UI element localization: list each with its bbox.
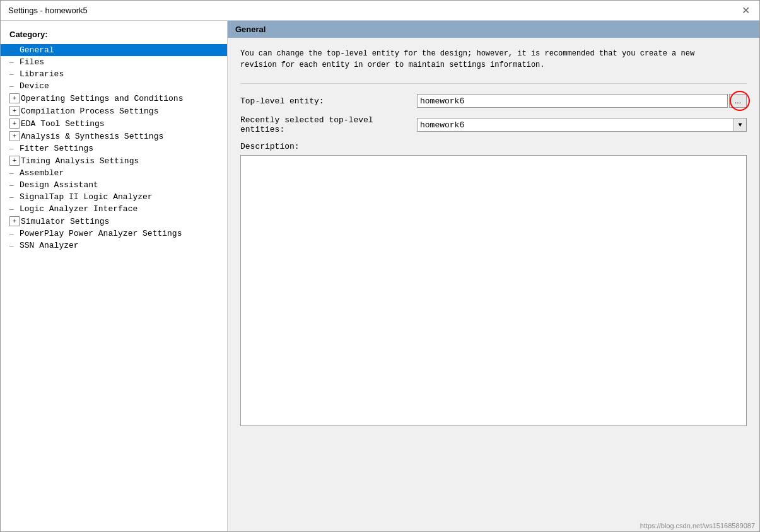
dash-icon: — <box>9 145 18 153</box>
sidebar-item-label: Design Assistant <box>20 180 98 190</box>
sidebar-item-label: Device <box>20 81 49 91</box>
browse-button[interactable]: ... <box>729 94 747 108</box>
sidebar-item-label: Analysis & Synthesis Settings <box>21 132 163 141</box>
sidebar-item-libraries[interactable]: — Libraries <box>1 68 227 80</box>
sidebar-item-powerplay[interactable]: — PowerPlay Power Analyzer Settings <box>1 228 227 240</box>
sidebar-item-general[interactable]: — General <box>1 44 227 56</box>
sidebar-item-label: Timing Analysis Settings <box>21 156 139 166</box>
dash-icon: — <box>9 47 18 54</box>
desc-label: Description: <box>240 142 747 151</box>
dash-icon: — <box>9 59 18 66</box>
settings-window: Settings - homework5 ✕ Category: — Gener… <box>0 0 760 532</box>
main-content: Category: — General — Files — Libraries … <box>1 21 759 531</box>
sidebar-item-label: Logic Analyzer Interface <box>20 204 137 214</box>
expand-icon[interactable]: + <box>9 216 20 226</box>
recently-select-wrap: ▼ <box>417 118 747 132</box>
browse-dots: ... <box>735 96 741 105</box>
expand-icon[interactable]: + <box>9 106 20 116</box>
sidebar-item-simulator[interactable]: + Simulator Settings <box>1 215 227 228</box>
sidebar-item-label: SSN Analyzer <box>20 241 79 250</box>
sidebar-item-files[interactable]: — Files <box>1 56 227 68</box>
sidebar-item-timing[interactable]: + Timing Analysis Settings <box>1 154 227 167</box>
sidebar-item-label: Files <box>20 57 44 67</box>
content-area: General You can change the top-level ent… <box>228 21 759 531</box>
sidebar-item-eda[interactable]: + EDA Tool Settings <box>1 117 227 130</box>
sidebar-item-device[interactable]: — Device <box>1 80 227 92</box>
dash-icon: — <box>9 205 18 213</box>
sidebar-item-ssn[interactable]: — SSN Analyzer <box>1 240 227 252</box>
sidebar-item-fitter[interactable]: — Fitter Settings <box>1 142 227 154</box>
recently-label: Recently selected top-level entities: <box>240 115 417 134</box>
dash-icon: — <box>9 83 18 90</box>
sidebar-item-logic-analyzer[interactable]: — Logic Analyzer Interface <box>1 203 227 215</box>
top-level-input[interactable] <box>417 94 728 108</box>
expand-icon[interactable]: + <box>9 119 20 129</box>
divider <box>240 83 747 84</box>
sidebar-item-label: SignalTap II Logic Analyzer <box>20 192 153 202</box>
expand-icon[interactable]: + <box>9 156 20 166</box>
expand-icon[interactable]: + <box>9 131 20 141</box>
content-body: You can change the top-level entity for … <box>228 38 759 531</box>
top-level-input-wrap: ... <box>417 94 747 108</box>
description-textarea[interactable] <box>240 155 747 426</box>
sidebar-item-label: Compilation Process Settings <box>21 107 158 116</box>
dash-icon: — <box>9 242 18 250</box>
top-level-label: Top-level entity: <box>240 96 417 106</box>
window-title: Settings - homework5 <box>8 6 88 15</box>
description-text: You can change the top-level entity for … <box>240 48 747 71</box>
expand-icon[interactable]: + <box>9 93 20 103</box>
sidebar-item-label: Libraries <box>20 69 64 79</box>
sidebar-item-operating[interactable]: + Operating Settings and Conditions <box>1 92 227 105</box>
title-bar: Settings - homework5 ✕ <box>1 1 759 21</box>
top-level-entity-row: Top-level entity: ... <box>240 94 747 108</box>
sidebar-item-label: Simulator Settings <box>21 217 109 226</box>
sidebar-item-signaltap[interactable]: — SignalTap II Logic Analyzer <box>1 191 227 203</box>
close-button[interactable]: ✕ <box>739 4 752 17</box>
dash-icon: — <box>9 194 18 201</box>
recently-selected-row: Recently selected top-level entities: ▼ <box>240 115 747 134</box>
watermark: https://blog.csdn.net/ws15168589087 <box>640 522 755 529</box>
sidebar-item-assembler[interactable]: — Assembler <box>1 167 227 179</box>
sidebar-item-analysis[interactable]: + Analysis & Synthesis Settings <box>1 130 227 142</box>
sidebar-item-compilation[interactable]: + Compilation Process Settings <box>1 105 227 117</box>
sidebar-item-label: Operating Settings and Conditions <box>21 94 183 103</box>
content-header: General <box>228 21 759 38</box>
sidebar-item-design-assistant[interactable]: — Design Assistant <box>1 179 227 191</box>
recently-input[interactable] <box>417 118 734 132</box>
dash-icon: — <box>9 71 18 78</box>
sidebar-item-label: Assembler <box>20 168 64 178</box>
sidebar: Category: — General — Files — Libraries … <box>1 21 228 531</box>
dash-icon: — <box>9 182 18 189</box>
select-arrow-icon[interactable]: ▼ <box>734 118 747 132</box>
dash-icon: — <box>9 230 18 238</box>
sidebar-item-label: PowerPlay Power Analyzer Settings <box>20 229 182 238</box>
category-label: Category: <box>1 27 227 44</box>
sidebar-item-label: Fitter Settings <box>20 144 93 153</box>
dash-icon: — <box>9 170 18 177</box>
sidebar-item-label: General <box>20 45 54 55</box>
sidebar-item-label: EDA Tool Settings <box>21 119 105 129</box>
